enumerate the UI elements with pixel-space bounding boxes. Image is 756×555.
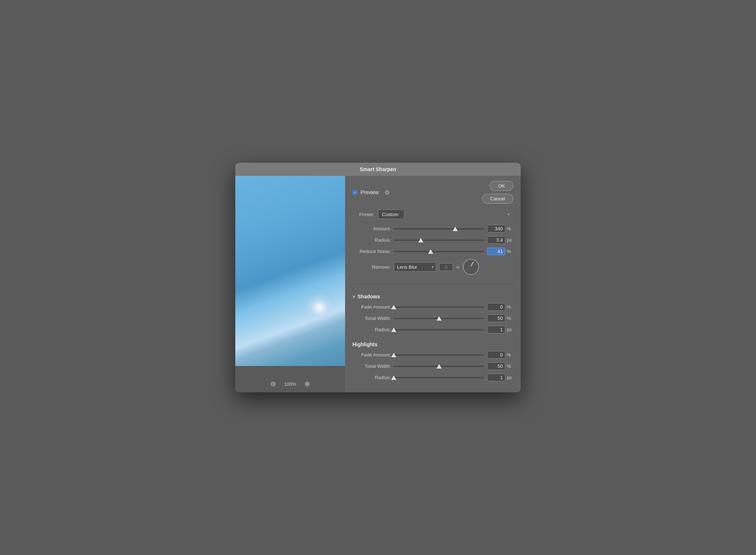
shadows-tonal-width-input-wrap: %	[487, 314, 513, 322]
radius-unit: px	[507, 237, 513, 243]
preset-dropdown-wrap: Custom Default Sharpen ▾	[378, 209, 513, 219]
highlights-radius-thumb[interactable]	[391, 375, 396, 380]
preview-check-row: ✓ Preview	[352, 189, 379, 195]
shadows-radius-input-wrap: px	[487, 326, 513, 333]
highlights-tonal-width-unit: %	[507, 363, 513, 369]
radius-thumb[interactable]	[418, 238, 423, 242]
zoom-out-button[interactable]: ⊖	[268, 379, 278, 389]
highlights-section-header: Highlights	[352, 341, 513, 347]
preset-label: Preset:	[352, 212, 374, 217]
preview-checkbox[interactable]: ✓	[352, 190, 358, 195]
shadows-radius-slider[interactable]	[394, 329, 484, 331]
reduce-noise-input[interactable]	[487, 248, 505, 255]
amount-thumb[interactable]	[453, 227, 458, 231]
zoom-level: 100%	[284, 381, 296, 387]
preset-dropdown-arrow-icon: ▾	[508, 212, 510, 217]
angle-wheel[interactable]	[463, 259, 479, 275]
radius-row: Radius: px	[352, 236, 513, 244]
reduce-noise-unit: %	[507, 249, 513, 254]
action-buttons: OK Cancel	[482, 181, 513, 204]
amount-input-wrap: %	[487, 225, 513, 233]
amount-slider[interactable]	[394, 228, 484, 230]
zoom-in-button[interactable]: ⊕	[302, 379, 312, 389]
highlights-radius-slider[interactable]	[394, 377, 484, 378]
highlights-tonal-width-input[interactable]	[487, 362, 505, 370]
shadows-radius-row: Radius: px	[352, 326, 513, 333]
highlights-fade-amount-row: Fade Amount: %	[352, 351, 513, 359]
highlights-tonal-width-thumb[interactable]	[437, 364, 442, 369]
preview-panel: ⊖ 100% ⊕	[235, 176, 345, 392]
reduce-noise-input-wrap: %	[487, 248, 513, 255]
separator-1	[352, 284, 513, 284]
highlights-fade-amount-unit: %	[507, 352, 513, 358]
preset-row: Preset: Custom Default Sharpen ▾	[352, 209, 513, 219]
title-bar: Smart Sharpen	[235, 163, 521, 176]
shadows-tonal-width-unit: %	[507, 316, 513, 321]
shadows-fade-amount-unit: %	[507, 304, 513, 310]
radius-input[interactable]	[487, 236, 505, 244]
highlights-radius-label: Radius:	[352, 375, 391, 380]
controls-panel: ✓ Preview ⚙ OK Cancel Preset: Custom Def…	[345, 176, 521, 392]
highlights-tonal-width-input-wrap: %	[487, 362, 513, 370]
shadows-tonal-width-row: Tonal Width: %	[352, 314, 513, 322]
dialog-title: Smart Sharpen	[360, 166, 396, 172]
remove-row: Remove: Gaussian Blur Lens Blur Motion B…	[352, 259, 513, 275]
angle-dot-icon: ●	[456, 263, 460, 271]
shadows-tonal-width-label: Tonal Width:	[352, 316, 391, 321]
highlights-tonal-width-slider[interactable]	[394, 366, 484, 367]
amount-row: Amount: %	[352, 225, 513, 233]
shadows-label: Shadows	[358, 294, 380, 299]
remove-label: Remove:	[352, 264, 391, 270]
reduce-noise-label: Reduce Noise:	[352, 249, 391, 254]
ok-button[interactable]: OK	[490, 181, 513, 191]
shadows-fade-amount-slider[interactable]	[394, 306, 484, 308]
gear-button[interactable]: ⚙	[385, 189, 390, 196]
angle-input[interactable]	[439, 263, 453, 271]
shadows-fade-amount-row: Fade Amount: %	[352, 303, 513, 311]
shadows-fade-amount-label: Fade Amount:	[352, 304, 391, 310]
highlights-fade-amount-input[interactable]	[487, 351, 505, 359]
shadows-radius-thumb[interactable]	[391, 328, 396, 332]
highlights-fade-amount-slider[interactable]	[394, 354, 484, 356]
preview-glow	[305, 293, 334, 322]
preview-image[interactable]	[235, 176, 345, 366]
shadows-tonal-width-input[interactable]	[487, 314, 505, 322]
smart-sharpen-dialog: Smart Sharpen ⊖ 100% ⊕ ✓ Preview	[235, 163, 521, 392]
amount-label: Amount:	[352, 226, 391, 231]
highlights-tonal-width-row: Tonal Width: %	[352, 362, 513, 370]
highlights-radius-input[interactable]	[487, 374, 505, 381]
shadows-radius-unit: px	[507, 327, 513, 332]
shadows-arrow-icon: ∨	[352, 294, 355, 299]
highlights-fade-amount-thumb[interactable]	[391, 353, 396, 357]
shadows-fade-amount-input[interactable]	[487, 303, 505, 311]
cancel-button[interactable]: Cancel	[482, 194, 513, 204]
shadows-tonal-width-slider[interactable]	[394, 318, 484, 319]
highlights-radius-unit: px	[507, 375, 513, 380]
top-row: ✓ Preview ⚙ OK Cancel	[352, 181, 513, 204]
highlights-fade-amount-input-wrap: %	[487, 351, 513, 359]
radius-input-wrap: px	[487, 236, 513, 244]
highlights-fade-amount-label: Fade Amount:	[352, 352, 391, 358]
shadows-section-header: ∨ Shadows	[352, 294, 513, 299]
shadows-radius-input[interactable]	[487, 326, 505, 333]
radius-slider[interactable]	[394, 239, 484, 241]
shadows-fade-amount-input-wrap: %	[487, 303, 513, 311]
reduce-noise-thumb[interactable]	[428, 249, 433, 254]
amount-unit: %	[507, 226, 513, 231]
shadows-tonal-width-thumb[interactable]	[437, 316, 442, 321]
shadows-radius-label: Radius:	[352, 327, 391, 332]
preset-select[interactable]: Custom Default Sharpen	[378, 209, 404, 219]
highlights-label: Highlights	[352, 341, 377, 347]
shadows-fade-amount-thumb[interactable]	[391, 305, 396, 309]
reduce-noise-slider[interactable]	[394, 251, 484, 252]
remove-select[interactable]: Gaussian Blur Lens Blur Motion Blur	[394, 262, 436, 272]
radius-label: Radius:	[352, 237, 391, 243]
amount-input[interactable]	[487, 225, 505, 233]
highlights-radius-row: Radius: px	[352, 374, 513, 381]
highlights-radius-input-wrap: px	[487, 374, 513, 381]
preview-controls: ⊖ 100% ⊕	[268, 375, 312, 389]
remove-select-wrap: Gaussian Blur Lens Blur Motion Blur ▾	[394, 262, 436, 272]
preview-label: Preview	[360, 189, 379, 195]
reduce-noise-row: Reduce Noise: %	[352, 248, 513, 255]
highlights-tonal-width-label: Tonal Width:	[352, 363, 391, 369]
